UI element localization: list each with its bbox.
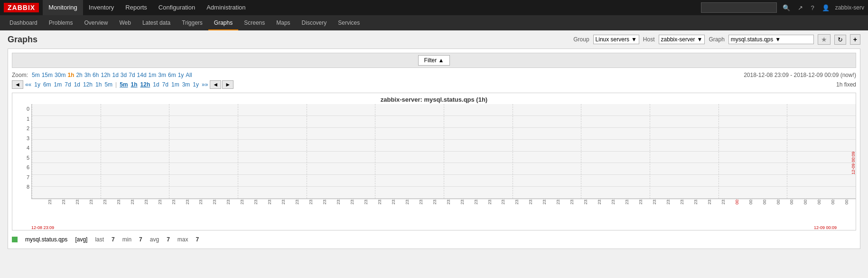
group-select[interactable]: Linux servers ▼ [593, 35, 639, 44]
zoom-7d[interactable]: 7d [129, 72, 135, 78]
nav-next-2y[interactable]: »» [202, 81, 208, 88]
graph-label: Graph [709, 36, 724, 43]
search-icon[interactable]: 🔍 [781, 4, 792, 11]
legend-item-name: mysql.status.qps [25, 236, 67, 243]
graph-select[interactable]: mysql.status.qps ▼ [728, 35, 814, 44]
nav-next-1d[interactable]: 1d [153, 81, 159, 88]
x-label-58: 00:08 [845, 199, 856, 206]
nav-next-1m[interactable]: 1m [171, 81, 179, 88]
y-axis: 8 7 6 5 4 3 2 1 0 [12, 104, 31, 199]
favorite-button[interactable]: ★ [818, 34, 831, 45]
nav-next-5m[interactable]: 5m [120, 81, 128, 88]
nav-prev-5m[interactable]: 5m [104, 81, 112, 88]
legend-last-value: 7 [112, 236, 115, 243]
y-label-7: 7 [14, 174, 29, 180]
zoom-5m[interactable]: 5m [32, 72, 40, 78]
nav-prev-6m[interactable]: 6m [43, 81, 51, 88]
y-label-0: 0 [14, 106, 29, 112]
nav-next-1h[interactable]: 1h [131, 81, 138, 88]
nav-prev-12h[interactable]: 12h [83, 81, 93, 88]
page-title: Graphs [8, 35, 37, 45]
user-label: zabbix-serv [835, 4, 864, 11]
graph-title: zabbix-server: mysql.status.qps (1h) [12, 93, 856, 104]
nav-next-btn[interactable]: ► [222, 80, 233, 89]
subnav-dashboard[interactable]: Dashboard [4, 15, 43, 30]
subnav-screens[interactable]: Screens [238, 15, 271, 30]
nav-administration[interactable]: Administration [201, 0, 251, 15]
filter-bar: Filter ▲ [12, 53, 856, 68]
nav-prev-1y[interactable]: 1y [34, 81, 40, 88]
nav-reports[interactable]: Reports [120, 0, 153, 15]
nav-inventory[interactable]: Inventory [83, 0, 120, 15]
time-range: 2018-12-08 23:09 - 2018-12-09 00:09 (now… [744, 72, 856, 78]
nav-next-3m[interactable]: 3m [182, 81, 190, 88]
subnav-maps[interactable]: Maps [271, 15, 296, 30]
chart-area: 12-09 00:09 [31, 104, 856, 199]
legend-min-value: 7 [139, 236, 142, 243]
date-label-left: 12-08 23:09 [31, 225, 54, 230]
subnav-discovery[interactable]: Discovery [296, 15, 333, 30]
search-input[interactable] [701, 2, 777, 13]
zoom-6m[interactable]: 6m [168, 72, 176, 78]
subnav-problems[interactable]: Problems [43, 15, 79, 30]
zoom-1d[interactable]: 1d [112, 72, 119, 78]
graph-area: zabbix-server: mysql.status.qps (1h) 8 7… [12, 93, 856, 230]
nav-monitoring[interactable]: Monitoring [43, 0, 83, 15]
nav-prev-2y[interactable]: «« [25, 81, 31, 88]
app-logo: ZABBIX [4, 3, 39, 12]
zoom-14d[interactable]: 14d [137, 72, 147, 78]
zoom-3d[interactable]: 3d [121, 72, 127, 78]
zoom-6h[interactable]: 6h [93, 72, 99, 78]
y-label-3: 3 [14, 135, 29, 141]
share-icon[interactable]: ↗ [796, 4, 805, 11]
host-select[interactable]: zabbix-server ▼ [659, 35, 705, 44]
y-label-6: 6 [14, 164, 29, 170]
subnav-triggers[interactable]: Triggers [176, 15, 208, 30]
filter-button[interactable]: Filter ▲ [418, 55, 450, 66]
nav-separator: | [115, 81, 117, 88]
zoom-2h[interactable]: 2h [76, 72, 82, 78]
subnav-latest-data[interactable]: Latest data [137, 15, 176, 30]
subnav-overview[interactable]: Overview [78, 15, 113, 30]
zoom-1h[interactable]: 1h [67, 72, 74, 78]
nav-prev-btn[interactable]: ◄ [210, 80, 221, 89]
user-icon[interactable]: 👤 [820, 4, 831, 11]
nav-prev-7d[interactable]: 7d [65, 81, 71, 88]
y-label-1: 1 [14, 116, 29, 122]
add-button[interactable]: + [850, 34, 860, 45]
zoom-15m[interactable]: 15m [42, 72, 53, 78]
zoom-3h[interactable]: 3h [84, 72, 91, 78]
nav-next-1y[interactable]: 1y [193, 81, 199, 88]
zoom-3m[interactable]: 3m [158, 72, 166, 78]
nav-prev-1m[interactable]: 1m [54, 81, 62, 88]
top-navigation: ZABBIX Monitoring Inventory Reports Conf… [0, 0, 868, 15]
subnav-graphs[interactable]: Graphs [208, 15, 238, 30]
zoom-30m[interactable]: 30m [55, 72, 65, 78]
help-icon[interactable]: ? [809, 4, 816, 11]
legend-avg-value: 7 [167, 236, 170, 243]
nav-next-12h[interactable]: 12h [140, 81, 150, 88]
subnav-web[interactable]: Web [113, 15, 136, 30]
nav-prev-1h[interactable]: 1h [95, 81, 102, 88]
y-label-8: 8 [14, 184, 29, 190]
y-label-4: 4 [14, 145, 29, 151]
fixed-label: 1h fixed [836, 81, 856, 88]
subnav-services[interactable]: Services [332, 15, 365, 30]
prev-arrow[interactable]: ◄ [12, 80, 23, 89]
x-axis: 23:0923:1123:1223:1323:1423:1523:1623:17… [12, 199, 856, 225]
nav-prev-1d[interactable]: 1d [74, 81, 80, 88]
nav-configuration[interactable]: Configuration [153, 0, 201, 15]
refresh-button[interactable]: ↻ [834, 35, 846, 45]
nav-controls: ◄ «« 1y 6m 1m 7d 1d 12h 1h 5m | 5m 1h 12… [12, 80, 233, 89]
zoom-12h[interactable]: 12h [101, 72, 110, 78]
zoom-label: Zoom: [12, 72, 28, 78]
zoom-1y[interactable]: 1y [178, 72, 184, 78]
legend-color-box [12, 237, 18, 242]
legend-last-label: last [95, 236, 104, 243]
legend-avg-stat-label: avg [150, 236, 159, 243]
legend-max-value: 7 [196, 236, 199, 243]
zoom-1m[interactable]: 1m [149, 72, 157, 78]
zoom-all[interactable]: All [186, 72, 192, 78]
date-label-right: 12-09 00:09 [814, 225, 837, 230]
nav-next-7d[interactable]: 7d [162, 81, 168, 88]
